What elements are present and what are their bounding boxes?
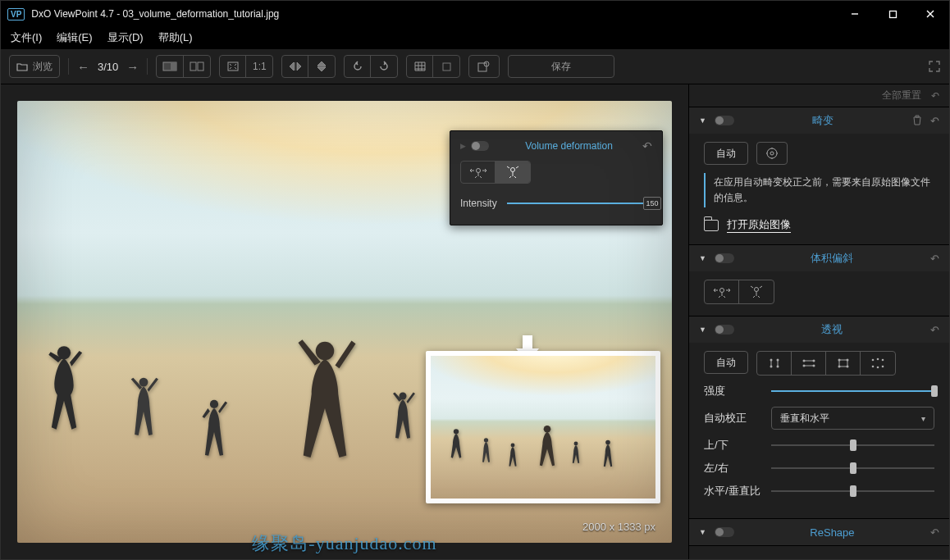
tools-panel: 全部重置 ↶ ▼ 畸变 ↶ 自动	[688, 84, 949, 559]
rotate-left-button[interactable]	[345, 56, 371, 77]
svg-point-46	[882, 366, 884, 368]
mode-horizontal-button[interactable]	[461, 162, 496, 183]
crop-overlay-button[interactable]	[433, 56, 459, 77]
svg-point-19	[511, 443, 515, 447]
zoom-1to1-button[interactable]: 1:1	[246, 56, 272, 77]
section-title: ReShape	[742, 526, 922, 539]
svg-rect-9	[443, 63, 450, 71]
loupe-button[interactable]	[468, 55, 500, 78]
mode-diagonal-button[interactable]	[739, 280, 774, 303]
lens-profile-button[interactable]	[756, 142, 788, 165]
svg-point-26	[770, 152, 774, 155]
section-toggle[interactable]	[715, 325, 734, 335]
compare-single-button[interactable]	[157, 56, 184, 77]
rotate-right-button[interactable]	[371, 56, 397, 77]
collapse-icon[interactable]: ▶	[460, 142, 466, 150]
compare-mode-group	[156, 55, 211, 78]
browse-button[interactable]: 浏览	[9, 55, 60, 78]
auto-button[interactable]: 自动	[704, 142, 748, 165]
svg-point-43	[882, 359, 884, 362]
flip-horizontal-button[interactable]	[282, 56, 308, 77]
menu-view[interactable]: 显示(D)	[107, 30, 144, 45]
inset-photo-frame	[426, 351, 660, 503]
fullscreen-button[interactable]	[928, 60, 941, 73]
svg-point-13	[139, 378, 148, 387]
perspective-rectangle-button[interactable]	[826, 352, 861, 375]
reset-all-button[interactable]: 全部重置	[882, 89, 921, 102]
section-toggle[interactable]	[715, 527, 734, 537]
undo-icon[interactable]: ↶	[930, 324, 939, 336]
next-image-button[interactable]: →	[126, 60, 139, 74]
menu-edit[interactable]: 编辑(E)	[57, 30, 92, 45]
autocorrect-select[interactable]: 垂直和水平 ▾	[771, 407, 934, 430]
panel-title: Volume deformation	[496, 140, 642, 152]
grid-button[interactable]	[407, 56, 433, 77]
perspective-vertical-button[interactable]	[757, 352, 792, 375]
intensity-label: Intensity	[460, 198, 497, 209]
perspective-horizontal-button[interactable]	[792, 352, 826, 375]
svg-point-24	[511, 168, 515, 172]
flip-vertical-button[interactable]	[308, 56, 335, 77]
hvratio-slider[interactable]	[771, 484, 934, 499]
updown-label: 上/下	[704, 438, 761, 453]
undo-all-icon[interactable]: ↶	[931, 90, 939, 102]
autocorrect-value: 垂直和水平	[780, 412, 829, 426]
window-minimize-button[interactable]	[836, 1, 874, 27]
toolbar: 浏览 ← 3/10 → 1:1 保存	[1, 48, 949, 84]
auto-button[interactable]: 自动	[704, 351, 748, 374]
section-toggle[interactable]	[715, 116, 734, 125]
mode-horizontal-button[interactable]	[705, 280, 739, 303]
undo-icon[interactable]: ↶	[642, 139, 652, 153]
delete-icon[interactable]	[912, 115, 922, 127]
main-photo: ▶ Volume deformation ↶ In	[17, 101, 672, 543]
menu-help[interactable]: 帮助(L)	[158, 30, 193, 45]
svg-point-16	[399, 392, 406, 399]
divider	[147, 58, 148, 75]
app-logo: VP	[7, 8, 25, 20]
perspective-8point-button[interactable]	[861, 352, 895, 375]
zoom-fit-button[interactable]	[220, 56, 246, 77]
updown-slider[interactable]	[771, 438, 934, 453]
svg-point-22	[605, 439, 610, 444]
undo-icon[interactable]: ↶	[930, 526, 939, 539]
window-close-button[interactable]	[911, 1, 949, 27]
svg-point-17	[454, 429, 459, 434]
collapse-icon[interactable]: ▼	[699, 116, 706, 125]
rotate-group	[344, 55, 398, 78]
undo-icon[interactable]: ↶	[930, 115, 939, 127]
folder-icon	[704, 220, 719, 231]
leftright-label: 左/右	[704, 461, 761, 476]
collapse-icon[interactable]: ▼	[699, 326, 706, 334]
arrow-down-icon	[511, 332, 544, 365]
prev-image-button[interactable]: ←	[77, 60, 89, 74]
browse-label: 浏览	[33, 60, 53, 74]
image-viewer[interactable]: ▶ Volume deformation ↶ In	[1, 84, 688, 559]
save-button[interactable]: 保存	[508, 55, 614, 78]
svg-point-45	[877, 367, 879, 369]
window-maximize-button[interactable]	[874, 1, 911, 27]
image-dimensions: 2000 x 1333 px	[582, 521, 655, 533]
leftright-slider[interactable]	[771, 461, 934, 476]
svg-rect-5	[171, 62, 176, 71]
intensity-label: 强度	[704, 384, 761, 398]
panel-toggle[interactable]	[471, 141, 489, 151]
zoom-group: 1:1	[219, 55, 273, 78]
collapse-icon[interactable]: ▼	[699, 528, 706, 536]
section-title: 透视	[742, 322, 922, 337]
mode-diagonal-button[interactable]	[496, 162, 530, 183]
open-original-button[interactable]: 打开原始图像	[704, 217, 934, 233]
mirror-group	[281, 55, 336, 78]
svg-point-44	[872, 366, 875, 368]
svg-point-21	[573, 442, 578, 446]
volume-deformation-panel[interactable]: ▶ Volume deformation ↶ In	[450, 130, 663, 225]
undo-icon[interactable]: ↶	[930, 253, 939, 265]
intensity-slider[interactable]: 150	[507, 193, 652, 213]
intensity-slider[interactable]	[771, 384, 934, 398]
section-title: 畸变	[742, 113, 904, 128]
deformation-mode-group	[460, 161, 531, 184]
svg-point-20	[543, 426, 550, 433]
section-toggle[interactable]	[715, 253, 734, 263]
compare-split-button[interactable]	[184, 56, 210, 77]
collapse-icon[interactable]: ▼	[699, 254, 706, 262]
menu-file[interactable]: 文件(I)	[11, 30, 42, 45]
